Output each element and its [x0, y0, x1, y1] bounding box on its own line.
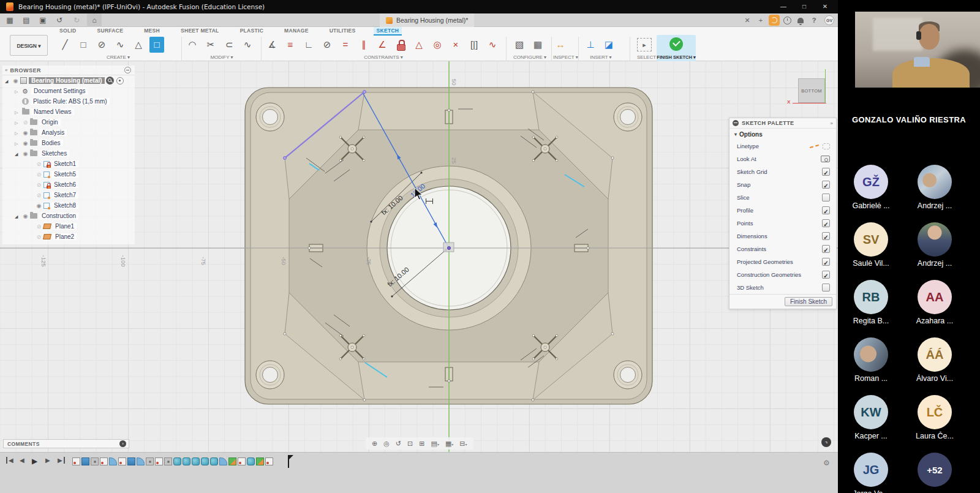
browser-minimize-icon[interactable] [124, 67, 131, 73]
create-group-label[interactable]: CREATE ▾ [58, 55, 179, 60]
expand-arrow-icon[interactable] [5, 77, 12, 84]
notifications-icon[interactable] [797, 18, 804, 23]
expand-arrow-icon[interactable] [15, 213, 21, 219]
palette-finish-sketch-button[interactable]: Finish Sketch [785, 297, 832, 306]
tree-item-label[interactable]: Construction [39, 213, 78, 219]
tree-item-label[interactable]: Bearing Housing (metal) [29, 77, 105, 84]
constraint-tool-icon[interactable]: ∥ [356, 37, 371, 53]
visibility-eye-icon[interactable] [35, 181, 43, 188]
insert-tool-icon[interactable]: ◪ [601, 37, 616, 53]
visibility-eye-icon[interactable] [21, 213, 29, 219]
constraint-tool-icon[interactable]: [|] [467, 37, 481, 53]
palette-expand-icon[interactable]: » [831, 121, 833, 126]
configure-tool-icon[interactable]: ▦ [530, 37, 545, 53]
comments-bar[interactable]: COMMENTS › [3, 439, 129, 448]
visibility-eye-icon[interactable] [21, 119, 29, 126]
visibility-eye-icon[interactable] [21, 150, 29, 157]
browser-tree-item[interactable]: Document Settings [2, 86, 135, 96]
comments-expand-icon[interactable]: › [119, 440, 126, 447]
constraints-group-label[interactable]: CONSTRAINTS ▾ [265, 55, 502, 60]
participant-tile[interactable]: KW Kacper ... [842, 395, 900, 440]
timeline-feature-icon[interactable] [164, 457, 172, 465]
constraint-tool-icon[interactable]: × [448, 37, 463, 53]
participant-tile[interactable]: AA Azahara ... [905, 280, 964, 325]
tree-item-label[interactable]: Origin [39, 119, 61, 126]
palette-checkbox[interactable] [822, 194, 830, 201]
configure-tool-icon[interactable]: ▧ [512, 37, 527, 53]
timeline-play-button[interactable]: ▶ [32, 457, 37, 465]
timeline-feature-icon[interactable] [183, 457, 190, 465]
timeline-step-forward-button[interactable]: ▶ [45, 457, 50, 464]
browser-tree-item[interactable]: Plane2 [2, 231, 135, 242]
redo-icon[interactable]: ↻ [69, 13, 85, 27]
look-at-camera-icon[interactable] [821, 156, 830, 162]
tree-item-label[interactable]: Plastic Rule: ABS (1,5 mm) [31, 98, 110, 105]
ribbon-tab[interactable]: MESH [141, 27, 163, 36]
insert-group-label[interactable]: INSERT ▾ [583, 55, 619, 60]
create-tool-icon[interactable]: ╱ [58, 37, 72, 53]
find-in-window-icon[interactable] [106, 77, 114, 85]
ribbon-tab[interactable]: PLASTIC [237, 27, 266, 36]
modify-tool-icon[interactable]: ◠ [185, 37, 200, 53]
select-group-label[interactable]: SELECT ▾ [637, 55, 653, 60]
timeline-feature-icon[interactable] [192, 457, 200, 465]
palette-checkbox[interactable] [822, 245, 830, 253]
design-workspace-dropdown[interactable]: DESIGN ▾ [10, 35, 48, 56]
palette-checkbox[interactable] [822, 181, 830, 189]
timeline-settings-gear-icon[interactable]: ⚙ [823, 459, 830, 467]
timeline-feature-icon[interactable] [265, 457, 273, 465]
select-tool-icon[interactable]: ▸ [637, 38, 652, 51]
model-canvas[interactable]: -125 -100 -75 -50 -25 25 50 fx: 10.00 10… [0, 61, 838, 452]
job-status-icon[interactable] [769, 15, 780, 26]
activate-component-icon[interactable] [116, 77, 124, 85]
home-icon[interactable]: ⌂ [87, 13, 102, 27]
save-icon[interactable]: ▣ [37, 13, 49, 27]
participant-tile[interactable]: RB Regita B... [842, 280, 900, 325]
participant-tile[interactable]: GŽ Gabrielė ... [842, 165, 900, 210]
minimize-button[interactable]: — [773, 0, 794, 13]
tree-item-label[interactable]: Document Settings [31, 88, 88, 94]
timeline-skip-start-button[interactable]: ◀ [6, 457, 13, 464]
modify-tool-icon[interactable]: ✂ [203, 37, 218, 53]
browser-tree-item[interactable]: Analysis [2, 127, 135, 138]
ribbon-tab[interactable]: SOLID [56, 27, 79, 36]
nav-tool-icon[interactable]: ⊞▾ [419, 440, 424, 448]
timeline-feature-icon[interactable] [137, 457, 145, 465]
timeline-feature-icon[interactable] [173, 457, 181, 465]
constraint-tool-icon[interactable]: ◎ [430, 37, 445, 53]
timeline-feature-icon[interactable] [228, 457, 236, 465]
timeline-feature-icon[interactable] [247, 457, 255, 465]
timeline-feature-icon[interactable] [81, 457, 89, 465]
tree-item-label[interactable]: Sketch6 [51, 181, 78, 188]
browser-tree-item[interactable]: Bearing Housing (metal) [2, 75, 135, 86]
timeline-skip-end-button[interactable]: ▶ [58, 457, 65, 464]
app-grid-icon[interactable]: ▦ [4, 13, 16, 27]
constraint-tool-icon[interactable]: = [338, 37, 353, 53]
tree-item-label[interactable]: Sketch8 [51, 202, 78, 209]
browser-tree-item[interactable]: Named Views [2, 107, 135, 117]
browser-collapse-icon[interactable]: « [5, 67, 7, 73]
timeline-feature-icon[interactable] [210, 457, 218, 465]
browser-tree-item[interactable]: Plane1 [2, 221, 135, 231]
undo-icon[interactable]: ↺ [51, 13, 67, 27]
timeline-feature-icon[interactable] [100, 457, 108, 465]
visibility-eye-icon[interactable] [12, 77, 20, 84]
timeline-step-back-button[interactable]: ◀ [20, 457, 24, 464]
configure-group-label[interactable]: CONFIGURE ▾ [512, 55, 548, 60]
palette-minimize-icon[interactable] [733, 120, 739, 126]
user-avatar[interactable]: GV [824, 15, 834, 25]
browser-tree-item[interactable]: Sketches [2, 148, 135, 159]
timeline-feature-icon[interactable] [155, 457, 163, 465]
participant-tile[interactable]: SV Saulė Vil... [842, 222, 900, 268]
nav-tool-icon[interactable]: ▤▾ [431, 440, 439, 448]
participant-tile[interactable]: LČ Laura Če... [905, 395, 964, 440]
constraint-tool-icon[interactable]: ⊘ [320, 37, 334, 53]
palette-checkbox[interactable] [822, 168, 830, 176]
visibility-eye-icon[interactable] [35, 223, 43, 230]
expand-arrow-icon[interactable] [15, 150, 21, 157]
nav-tool-icon[interactable]: ⊡▾ [407, 440, 413, 448]
timeline-feature-icon[interactable] [256, 457, 264, 465]
linetype-normal-icon[interactable] [823, 143, 830, 149]
constraint-tool-icon[interactable] [393, 37, 408, 53]
visibility-eye-icon[interactable] [35, 160, 43, 167]
